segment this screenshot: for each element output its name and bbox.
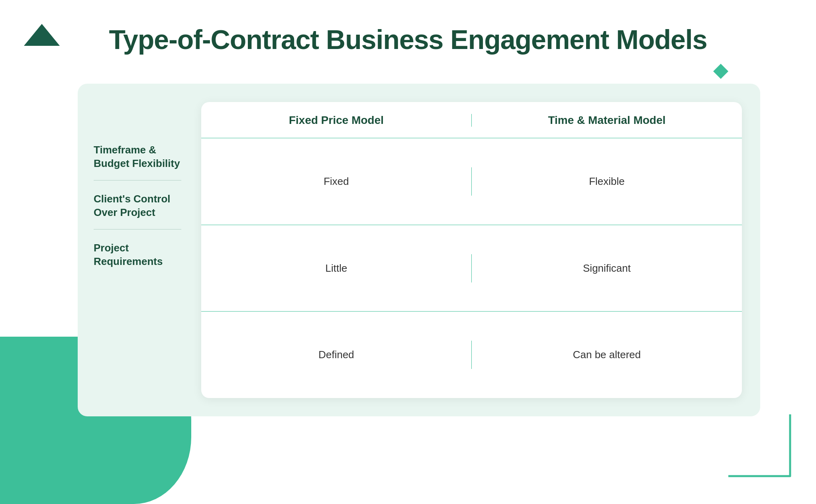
- cell-row3-col2: Can be altered: [472, 341, 742, 369]
- row-label-2: Client's Control Over Project: [78, 184, 205, 233]
- cell-row2-col1: Little: [201, 254, 472, 282]
- cell-row3-col1: Defined: [201, 341, 472, 369]
- row-label-text-3: Project Requirements: [94, 233, 193, 269]
- row-label-text-1: Timeframe & Budget Flexibility: [94, 135, 193, 171]
- table-container: Fixed Price Model Time & Material Model …: [201, 102, 742, 398]
- row-label-3: Project Requirements: [78, 233, 205, 269]
- deco-corner-br: [722, 410, 794, 480]
- table-row-2: Little Significant: [201, 225, 742, 312]
- col-header-time: Time & Material Model: [472, 114, 742, 127]
- row-label-text-2: Client's Control Over Project: [94, 184, 193, 220]
- cell-row2-col2: Significant: [472, 254, 742, 282]
- table-row-3: Defined Can be altered: [201, 312, 742, 398]
- inner-card: Fixed Price Model Time & Material Model …: [201, 102, 742, 398]
- table-row-1: Fixed Flexible: [201, 138, 742, 225]
- table-rows: Fixed Flexible Little Significant Define…: [201, 138, 742, 398]
- page-title: Type-of-Contract Business Engagement Mod…: [0, 24, 816, 55]
- cell-row1-col1: Fixed: [201, 167, 472, 196]
- row-label-1: Timeframe & Budget Flexibility: [78, 135, 205, 184]
- col-header-fixed: Fixed Price Model: [201, 114, 472, 127]
- deco-diamond-top-right: [713, 64, 728, 79]
- row-labels: Timeframe & Budget Flexibility Client's …: [78, 84, 205, 416]
- table-header: Fixed Price Model Time & Material Model: [201, 102, 742, 138]
- cell-row1-col2: Flexible: [472, 167, 742, 196]
- outer-card: Timeframe & Budget Flexibility Client's …: [78, 84, 760, 416]
